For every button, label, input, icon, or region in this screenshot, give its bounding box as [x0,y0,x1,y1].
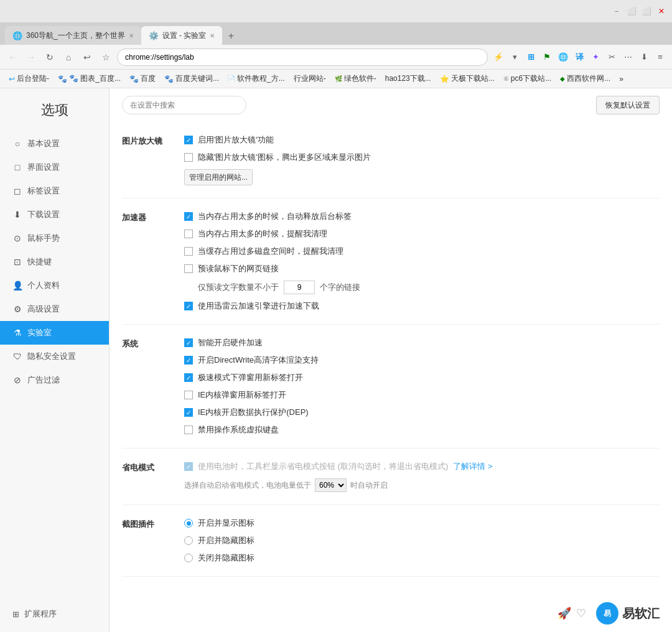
manage-sites-button[interactable]: 管理启用的网站... [184,169,253,185]
cb-sys-0[interactable] [184,338,193,347]
reload-button[interactable]: ↻ [42,50,57,65]
cb-sys-1[interactable] [184,356,193,365]
bookmark-back-admin[interactable]: ↩后台登陆- [5,72,53,85]
cb-image-zoom-hide[interactable] [184,153,193,162]
bookmark-hao123[interactable]: hao123下载... [381,72,435,85]
bookmark-baidu-kw[interactable]: 🐾百度关键词... [161,72,223,85]
sidebar-item-profile[interactable]: 👤 个人资料 [0,274,109,297]
cb-sys-2[interactable] [184,373,193,382]
radio-label-screenshot-1: 开启并隐藏图标 [198,535,254,546]
read-ahead-input[interactable] [284,281,315,294]
cb-label-acc-1: 当内存占用太多的时候，提醒我清理 [198,228,327,239]
cb-label-sys-4: IE内核开启数据执行保护(DEP) [198,407,309,418]
sidebar-label-lab: 实验室 [27,327,52,338]
bookmark-industry[interactable]: 行业网站- [290,72,330,85]
sidebar-bottom-extensions[interactable]: ⊞ 扩展程序 [0,602,109,626]
flag-icon[interactable]: ⚑ [540,50,554,64]
address-input[interactable] [117,49,488,66]
minimize-button[interactable]: － [611,6,622,17]
power-save-learn-more-link[interactable]: 了解详情 > [453,461,492,472]
sidebar-label-advanced: 高级设置 [27,304,60,315]
history-back-button[interactable]: ↩ [80,50,95,65]
new-tab-button[interactable]: + [222,27,240,45]
scissors-icon[interactable]: ✂ [605,50,618,64]
cb-sys-5[interactable] [184,425,193,434]
forward-button[interactable]: → [24,50,39,65]
sidebar-item-advanced[interactable]: ⚙ 高级设置 [0,297,109,321]
star-button[interactable]: ☆ [98,50,113,65]
back-button[interactable]: ← [5,50,20,65]
lab-settings-icon: ⚗ [12,328,22,338]
checkbox-row-image-zoom-hide: 隐藏'图片放大镜'图标，腾出更多区域来显示图片 [184,152,660,163]
more-icon[interactable]: ⋯ [621,50,635,64]
sidebar-item-download[interactable]: ⬇ 下载设置 [0,203,109,226]
cb-acc-2[interactable] [184,247,193,256]
translate-icon[interactable]: 译 [572,50,586,64]
menu-icon[interactable]: ≡ [653,50,667,64]
download-settings-icon: ⬇ [12,210,22,220]
settings-search-input[interactable] [122,96,246,114]
bookmark-tutorial[interactable]: 📄软件教程_方... [224,72,289,85]
bookmark-xixi[interactable]: ◆西西软件网... [556,72,614,85]
power-save-percent-select[interactable]: 60% [315,478,347,492]
radio-screenshot-2[interactable] [184,554,193,562]
sidebar-item-tabs[interactable]: ◻ 标签设置 [0,179,109,203]
sidebar-item-privacy[interactable]: 🛡 隐私安全设置 [0,345,109,368]
sidebar-label-adblock: 广告过滤 [27,374,60,386]
tab-settings[interactable]: ⚙️ 设置 - 实验室 ✕ [141,26,223,45]
download-icon[interactable]: ⬇ [637,50,651,64]
advanced-settings-icon: ⚙ [12,304,22,314]
cb-acc-1[interactable] [184,230,193,238]
cb-acc-0[interactable] [184,212,193,221]
sidebar-label-shortcuts: 快捷键 [27,256,52,267]
sidebar-item-interface[interactable]: □ 界面设置 [0,156,109,179]
360-icon[interactable]: ⊞ [524,50,538,64]
cb-power-save[interactable] [184,462,193,471]
radio-screenshot-1[interactable] [184,536,193,545]
sidebar-item-lab[interactable]: ⚗ 实验室 [0,321,109,345]
tab-360-close[interactable]: ✕ [129,32,134,39]
sidebar-label-download: 下载设置 [27,209,60,220]
cb-sys-3[interactable] [184,391,193,399]
bookmark-tianjixia[interactable]: ⭐天极下载站... [436,72,498,85]
radio-row-screenshot-1: 开启并隐藏图标 [184,535,660,546]
cb-sys-4[interactable] [184,408,193,417]
radio-screenshot-0[interactable] [184,519,193,527]
cb-acc-3[interactable] [184,264,193,273]
power-sub-prefix: 选择自动启动省电模式，电池电量低于 [184,480,311,491]
lightning-icon[interactable]: ⚡ [492,50,505,64]
restore-button[interactable]: ⬜ [641,6,652,17]
cb-label-image-zoom-enable: 启用'图片放大镜'功能 [198,134,274,146]
dropdown-icon[interactable]: ▾ [508,50,521,64]
sidebar-item-shortcuts[interactable]: ⊡ 快捷键 [0,250,109,274]
tab-360[interactable]: 🌐 360导航_一个主页，整个世界 ✕ [5,26,141,45]
main-content: 选项 ○ 基本设置 □ 界面设置 ◻ 标签设置 ⬇ 下载设置 ⊙ 鼠标手势 ⊡ … [0,88,672,632]
bookmark-baidu-chart[interactable]: 🐾🐾 图表_百度... [54,72,124,85]
section-label-system: 系统 [122,337,184,435]
checkbox-row-sys-0: 智能开启硬件加速 [184,337,660,348]
extensions-icon: ⊞ [12,610,19,619]
cb-image-zoom-enable[interactable] [184,136,193,144]
section-label-screenshot: 截图插件 [122,518,184,564]
close-button[interactable]: ✕ [656,6,667,17]
globe-icon[interactable]: 🌐 [556,50,570,64]
sidebar-item-mouse[interactable]: ⊙ 鼠标手势 [0,226,109,250]
sidebar-label-interface: 界面设置 [27,162,60,173]
cb-acc-xunlei[interactable] [184,302,193,310]
rocket-icon[interactable]: 🚀 [558,606,571,620]
checkbox-row-sys-1: 开启DirectWrite高清字体渲染支持 [184,355,660,366]
bookmark-baidu[interactable]: 🐾百度 [126,72,159,85]
tab-360-label: 360导航_一个主页，整个世界 [26,30,125,41]
maximize-button[interactable]: ⬜ [626,6,637,17]
sidebar-item-adblock[interactable]: ⊘ 广告过滤 [0,368,109,392]
sidebar-item-basic[interactable]: ○ 基本设置 [0,132,109,156]
bookmark-more[interactable]: » [615,73,627,85]
restore-defaults-button[interactable]: 恢复默认设置 [596,96,660,114]
extension-icon[interactable]: ✦ [589,50,602,64]
heart-icon[interactable]: ♡ [576,606,586,620]
checkbox-row-sys-3: IE内核弹窗用新标签打开 [184,389,660,401]
bookmark-pc6[interactable]: ⑥pc6下载站... [500,72,555,85]
home-button[interactable]: ⌂ [61,50,76,65]
tab-settings-close[interactable]: ✕ [210,32,215,39]
bookmark-green-sw[interactable]: 🌿绿色软件- [331,72,380,85]
